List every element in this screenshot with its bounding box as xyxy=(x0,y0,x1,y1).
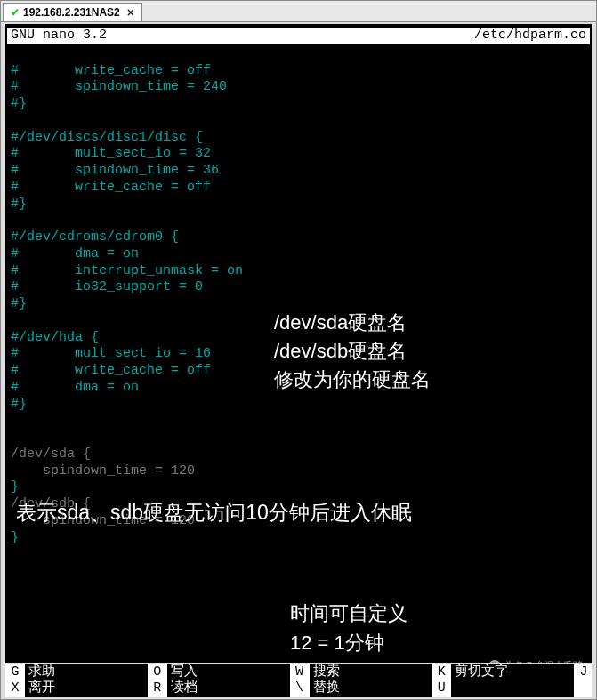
help-write-out[interactable]: O 写入 xyxy=(148,664,290,681)
help-bar: G 求助 O 写入 W 搜索 K 剪切文字 xyxy=(5,663,592,700)
code-line xyxy=(11,46,590,63)
close-icon[interactable]: × xyxy=(127,5,134,20)
help-cut[interactable]: K 剪切文字 xyxy=(432,664,574,681)
help-extra xyxy=(574,680,592,697)
code-line: # mult_sect_io = 32 xyxy=(11,146,590,163)
help-exit[interactable]: X 离开 xyxy=(5,680,148,697)
code-line: } xyxy=(11,530,590,547)
code-line: #} xyxy=(11,397,590,414)
help-get-help[interactable]: G 求助 xyxy=(5,664,148,681)
app-window: ✔ 192.168.2.231NAS2 × GNU nano 3.2 /etc/… xyxy=(0,0,597,700)
code-line: # spindown_time = 36 xyxy=(11,163,590,180)
code-line: } xyxy=(11,479,590,496)
code-line xyxy=(11,213,590,229)
code-line: # dma = on xyxy=(11,246,590,263)
code-line: # spindown_time = 240 xyxy=(11,79,590,96)
code-line: # dma = on xyxy=(11,380,590,397)
terminal-tab[interactable]: ✔ 192.168.2.231NAS2 × xyxy=(3,3,142,21)
tab-bar: ✔ 192.168.2.231NAS2 × xyxy=(1,1,596,22)
help-read-file[interactable]: R 读档 xyxy=(148,680,290,697)
code-line: # write_cache = off xyxy=(11,363,590,380)
help-search[interactable]: W 搜索 xyxy=(290,664,432,681)
check-icon: ✔ xyxy=(11,6,20,19)
app-name: GNU nano 3.2 xyxy=(11,28,107,44)
code-line: /dev/sdb { xyxy=(11,496,590,513)
code-line: /dev/sda { xyxy=(11,447,590,463)
code-line: #/dev/cdroms/cdrom0 { xyxy=(11,229,590,246)
code-line xyxy=(11,430,590,447)
help-replace[interactable]: \ 替换 xyxy=(290,680,432,697)
code-line xyxy=(11,413,590,430)
code-line: # interrupt_unmask = on xyxy=(11,263,590,280)
code-line: spindown_time = 120 xyxy=(11,463,590,480)
editor-title-bar: GNU nano 3.2 /etc/hdparm.co xyxy=(7,28,590,44)
editor-content[interactable]: # write_cache = off# spindown_time = 240… xyxy=(7,46,590,547)
code-line: spindown_time = 120 xyxy=(11,513,590,530)
code-line: #/dev/hda { xyxy=(11,330,590,347)
code-line: #/dev/discs/disc1/disc { xyxy=(11,130,590,147)
code-line: #} xyxy=(11,296,590,313)
code-line xyxy=(11,313,590,330)
terminal-area[interactable]: GNU nano 3.2 /etc/hdparm.co # write_cach… xyxy=(1,22,596,699)
code-line xyxy=(11,113,590,130)
code-line: #} xyxy=(11,197,590,213)
file-path: /etc/hdparm.co xyxy=(474,28,586,44)
code-line: # mult_sect_io = 16 xyxy=(11,346,590,363)
code-line: # write_cache = off xyxy=(11,63,590,80)
help-justify[interactable]: J xyxy=(574,664,592,681)
help-uncut[interactable]: U xyxy=(432,680,574,697)
code-line: # write_cache = off xyxy=(11,180,590,197)
code-line: # io32_support = 0 xyxy=(11,279,590,296)
code-line: #} xyxy=(11,96,590,113)
annotation-time-custom: 时间可自定义 12 = 1分钟 xyxy=(290,599,407,657)
tab-title: 192.168.2.231NAS2 xyxy=(23,6,120,19)
